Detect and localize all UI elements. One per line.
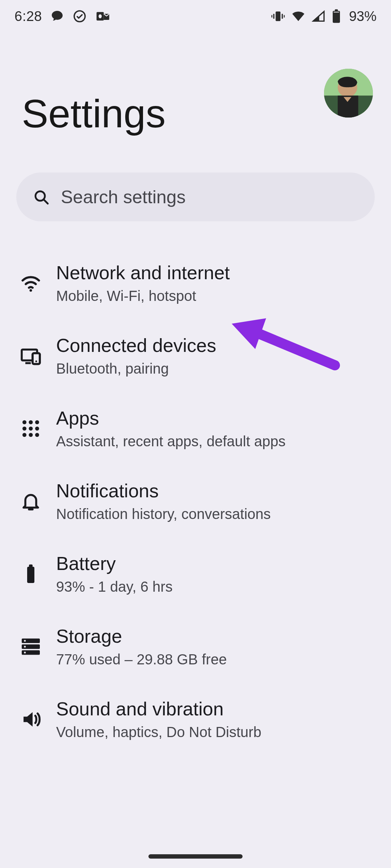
status-time: 6:28 [14,9,42,24]
svg-point-31 [35,433,39,437]
svg-point-23 [22,420,26,424]
devices-icon [20,345,42,367]
svg-point-29 [22,433,26,437]
svg-rect-33 [29,564,33,567]
row-title: Storage [56,625,227,647]
svg-point-24 [29,420,33,424]
svg-point-38 [24,646,26,647]
svg-rect-5 [282,14,283,18]
chat-icon [50,9,64,24]
wifi-icon [20,272,42,294]
row-title: Network and internet [56,262,230,284]
row-network-internet[interactable]: Network and internet Mobile, Wi-Fi, hots… [0,247,391,319]
apps-icon [20,418,42,439]
svg-rect-8 [333,11,340,23]
row-subtitle: 77% used – 29.88 GB free [56,651,227,668]
row-subtitle: Notification history, conversations [56,506,271,522]
svg-point-25 [35,420,39,424]
row-connected-devices[interactable]: Connected devices Bluetooth, pairing [0,319,391,392]
status-bar: 6:28 93% [0,0,391,33]
row-title: Notifications [56,480,271,502]
sound-icon [20,709,42,730]
row-subtitle: Assistant, recent apps, default apps [56,433,286,450]
outlook-icon [95,9,112,24]
search-input[interactable] [61,187,358,208]
svg-rect-19 [33,353,40,364]
vibrate-icon [271,9,285,24]
row-subtitle: Volume, haptics, Do Not Disturb [56,724,261,740]
row-title: Sound and vibration [56,698,261,720]
row-title: Apps [56,407,286,429]
battery-icon [332,9,341,24]
row-subtitle: 93% - 1 day, 6 hrs [56,579,173,595]
svg-rect-4 [273,14,274,18]
svg-point-28 [35,426,39,430]
svg-point-17 [30,289,32,292]
settings-list: Network and internet Mobile, Wi-Fi, hots… [0,247,391,756]
sync-icon [72,9,87,24]
row-storage[interactable]: Storage 77% used – 29.88 GB free [0,610,391,683]
avatar[interactable] [324,69,373,118]
row-notifications[interactable]: Notifications Notification history, conv… [0,465,391,537]
storage-icon [20,636,42,658]
row-sound-vibration[interactable]: Sound and vibration Volume, haptics, Do … [0,683,391,756]
search-bar[interactable] [16,173,375,221]
svg-rect-3 [276,12,280,21]
battery-icon [20,563,42,585]
gesture-nav-bar[interactable] [148,854,243,859]
svg-rect-7 [284,15,285,18]
row-battery[interactable]: Battery 93% - 1 day, 6 hrs [0,537,391,610]
svg-point-26 [22,426,26,430]
cell-signal-icon [311,9,326,24]
svg-point-21 [35,360,37,362]
svg-point-30 [29,433,33,437]
svg-rect-32 [27,567,34,583]
svg-point-2 [98,14,102,18]
wifi-icon [291,9,306,24]
svg-point-39 [24,651,26,653]
row-title: Battery [56,553,173,574]
svg-rect-9 [335,9,338,11]
svg-point-27 [29,426,33,430]
svg-rect-10 [333,12,339,13]
header: Settings [0,33,391,158]
row-subtitle: Bluetooth, pairing [56,361,216,377]
search-icon [33,188,50,206]
row-apps[interactable]: Apps Assistant, recent apps, default app… [0,392,391,465]
svg-line-16 [44,200,48,204]
svg-rect-6 [272,15,273,18]
svg-point-37 [24,640,26,642]
row-subtitle: Mobile, Wi-Fi, hotspot [56,288,230,304]
bell-icon [20,490,42,512]
row-title: Connected devices [56,335,216,356]
page-title: Settings [22,90,369,136]
battery-percent: 93% [349,9,377,24]
